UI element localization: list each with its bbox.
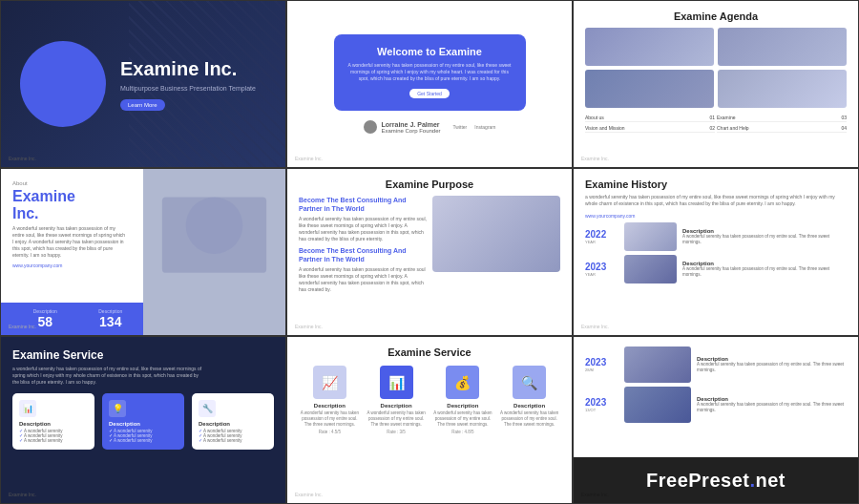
agenda-item-label-4: Chart and Help <box>717 125 749 131</box>
svc-card-3-title: Description <box>432 403 494 409</box>
history-intro: a wonderful serenity has taken possessio… <box>585 194 847 207</box>
agenda-item-label-2: Vision and Mission <box>585 125 625 131</box>
list-item: A wonderful serenity <box>109 438 178 443</box>
timeline2-item-1: 2023 28/M Description A wonderful sereni… <box>585 346 847 383</box>
timeline-img-2 <box>624 255 677 284</box>
year2-block-1: 2023 28/M <box>585 358 618 372</box>
service-dark-title: Examine Service <box>12 348 274 362</box>
agenda-item-num-4: 04 <box>841 125 847 131</box>
slide6-watermark: Examine Inc. <box>581 324 609 329</box>
timeline-desc-2-text: A wonderful serenity has taken possessio… <box>682 266 847 278</box>
agenda-item-num-1: 01 <box>709 115 715 120</box>
year-block-1: 2022 YEAR <box>585 230 618 244</box>
purpose-layout: Become The Best Consulting And Partner i… <box>299 196 560 297</box>
year-2: 2023 <box>585 262 618 272</box>
twitter-link[interactable]: Twitter <box>453 124 468 130</box>
svc-icon-3: 💰 <box>446 366 479 399</box>
presenter-block: Lorraine J. Palmer Examine Corp Founder … <box>364 120 496 134</box>
year2-2-label: 13/OT <box>585 408 618 412</box>
service-card-2: 💡 Description A wonderful serenity A won… <box>102 393 184 450</box>
slide-purpose: Examine Purpose Become The Best Consulti… <box>286 168 573 336</box>
list-item: A wonderful serenity <box>19 438 88 443</box>
service-card-1-list: A wonderful serenity A wonderful serenit… <box>19 429 88 443</box>
service-card-2-title: Description <box>109 421 178 427</box>
slide1-btn[interactable]: Learn More <box>120 99 165 111</box>
stat-2: Description 134 <box>98 308 122 329</box>
agenda-img-3 <box>585 70 714 108</box>
presenter-name: Lorraine J. Palmer <box>382 121 441 128</box>
purpose-text-block: Become The Best Consulting And Partner i… <box>299 196 427 297</box>
svc-icon-2: 📊 <box>380 366 413 399</box>
agenda-item-4: Chart and Help 04 <box>717 124 847 133</box>
service-card-3-list: A wonderful serenity A wonderful serenit… <box>199 429 267 443</box>
year2-2: 2023 <box>585 398 618 408</box>
svc-card-1-title: Description <box>299 403 361 409</box>
year-1: 2022 <box>585 230 618 240</box>
agenda-images <box>585 28 847 108</box>
agenda-item-num-2: 02 <box>709 125 715 131</box>
stat-1-value: 58 <box>33 314 57 329</box>
svc-icon-1: 📈 <box>313 366 346 399</box>
svc-icon-4: 🔍 <box>513 366 546 399</box>
slide7-watermark: Examine Inc. <box>9 492 36 497</box>
list-item: A wonderful serenity <box>199 438 267 443</box>
svc-card-4: 🔍 Description A wonderful serenity has t… <box>498 366 560 434</box>
slide1-watermark: Examine Inc. <box>9 156 36 161</box>
timeline2-desc-1: Description A wonderful serenity has tak… <box>697 356 847 373</box>
service-card-3-icon: 🔧 <box>199 400 216 417</box>
service-card-2-list: A wonderful serenity A wonderful serenit… <box>109 429 178 443</box>
svc-card-2: 📊 Description A wonderful serenity has t… <box>366 366 428 434</box>
purpose-heading2: Become The Best Consulting And Partner i… <box>299 246 427 263</box>
purpose-title: Examine Purpose <box>299 178 560 190</box>
service-card-3-title: Description <box>199 421 267 427</box>
history-title: Examine History <box>585 178 847 190</box>
timeline-item-2: 2023 YEAR Description A wonderful sereni… <box>585 255 847 284</box>
timeline-desc-1-text: A wonderful serenity has taken possessio… <box>682 234 847 245</box>
welcome-text: A wonderful serenity has taken possessio… <box>348 62 512 82</box>
service-white-title: Examine Service <box>299 346 560 358</box>
timeline2-img-2 <box>624 387 691 423</box>
purpose-text1: A wonderful serenity has taken possessio… <box>299 216 427 242</box>
slide1-title: Examine Inc. <box>120 57 256 80</box>
slide-service-dark: Examine Service a wonderful serenity has… <box>0 336 286 504</box>
timeline2-desc-2: Description A wonderful serenity has tak… <box>697 396 847 413</box>
presenter-info: Lorraine J. Palmer Examine Corp Founder <box>382 121 441 134</box>
freepreset-dot: . <box>749 470 755 491</box>
agenda-item-3: Examine 03 <box>717 114 847 122</box>
svc-card-3-rating: Rate : 4.8/5 <box>432 430 494 434</box>
welcome-btn[interactable]: Get Started <box>409 89 450 98</box>
service-dark-cards: 📊 Description A wonderful serenity A won… <box>12 393 274 450</box>
agenda-item-2: Vision and Mission 02 <box>585 124 715 133</box>
slide-hero-dark: Examine Inc. Multipurpose Business Prese… <box>0 0 286 168</box>
about-website[interactable]: www.yourcompany.com <box>12 262 274 268</box>
timeline-item-1: 2022 YEAR Description A wonderful sereni… <box>585 222 847 251</box>
agenda-img-4 <box>718 70 847 108</box>
year-2-label: YEAR <box>585 272 618 277</box>
history-website[interactable]: www.yourcompany.com <box>585 213 847 219</box>
purpose-image <box>432 196 560 272</box>
about-title: ExamineInc. <box>12 188 274 221</box>
slide-history-2: 2023 28/M Description A wonderful sereni… <box>573 336 859 504</box>
freepreset-overlay: FreePreset.net <box>574 457 858 503</box>
timeline2-item-2: 2023 13/OT Description A wonderful seren… <box>585 387 847 423</box>
slide-about: About ExamineInc. A wonderful serenity h… <box>0 168 286 336</box>
social-links: Twitter Instagram <box>453 124 496 130</box>
slide4-watermark: Examine Inc. <box>9 324 36 329</box>
agenda-img-1 <box>585 28 714 66</box>
service-card-1: 📊 Description A wonderful serenity A won… <box>12 393 94 450</box>
agenda-item-1: About us 01 <box>585 114 715 122</box>
slide8-watermark: Examine Inc. <box>295 492 323 497</box>
svc-card-1-rating: Rate : 4.5/5 <box>299 430 361 434</box>
service-card-1-icon: 📊 <box>19 400 36 417</box>
about-label: About <box>12 180 274 186</box>
purpose-heading1: Become The Best Consulting And Partner i… <box>299 196 427 213</box>
instagram-link[interactable]: Instagram <box>474 124 495 130</box>
timeline-desc-2: Description A wonderful serenity has tak… <box>682 261 847 278</box>
svc-card-4-title: Description <box>498 403 560 409</box>
svc-card-1: 📈 Description A wonderful serenity has t… <box>299 366 361 434</box>
about-text: A wonderful serenity has taken possessio… <box>12 225 127 259</box>
year-1-label: YEAR <box>585 240 618 244</box>
stat-2-value: 134 <box>98 314 122 329</box>
svc-card-2-rating: Rate : 3/5 <box>366 430 428 434</box>
year2-block-2: 2023 13/OT <box>585 398 618 412</box>
